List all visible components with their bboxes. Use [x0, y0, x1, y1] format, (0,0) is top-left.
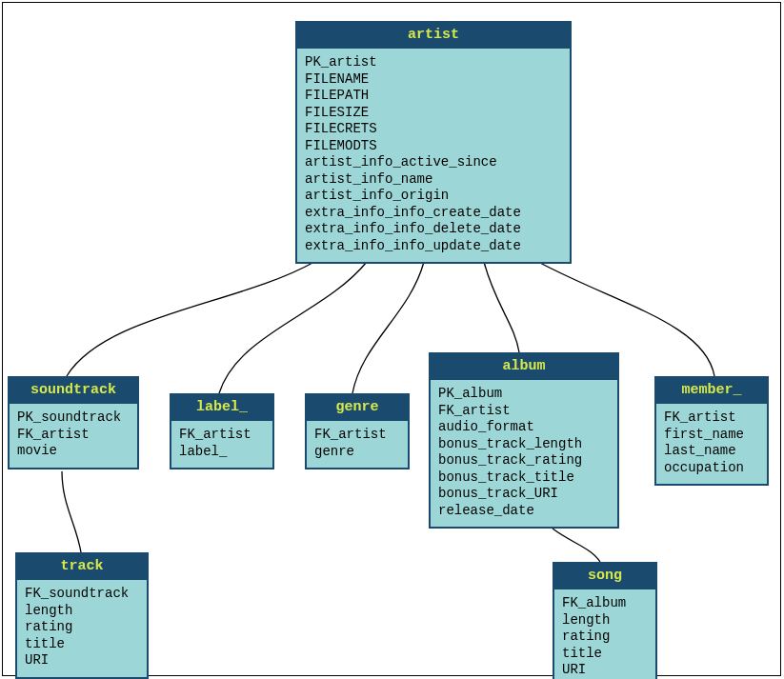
field: genre [314, 444, 400, 461]
field: PK_album [438, 386, 610, 403]
field: rating [562, 629, 648, 646]
field: occupation [664, 460, 759, 477]
field: FK_artist [664, 409, 759, 427]
entity-soundtrack-fields: PK_soundtrack FK_artist movie [10, 404, 137, 468]
entity-member-fields: FK_artist first_name last_name occupatio… [656, 404, 767, 484]
entity-genre-fields: FK_artist genre [307, 421, 408, 468]
entity-artist-title: artist [297, 23, 570, 49]
field: extra_info_info_update_date [305, 238, 562, 255]
entity-label: label_ FK_artist label_ [170, 393, 274, 469]
entity-song-fields: FK_album length rating title URI [554, 589, 655, 679]
field: label_ [179, 444, 265, 461]
entity-song-title: song [554, 564, 655, 589]
entity-member-title: member_ [656, 378, 767, 404]
entity-album: album PK_album FK_artist audio_format bo… [429, 352, 619, 529]
entity-label-fields: FK_artist label_ [171, 421, 272, 468]
entity-artist-fields: PK_artist FILENAME FILEPATH FILESIZE FIL… [297, 49, 570, 262]
field: FILENAME [305, 71, 562, 89]
field: FK_soundtrack [25, 586, 139, 603]
field: bonus_track_length [438, 436, 610, 453]
entity-track-title: track [17, 554, 147, 580]
field: title [562, 646, 648, 663]
field: FILEMODTS [305, 138, 562, 155]
entity-label-title: label_ [171, 395, 272, 421]
entity-song: song FK_album length rating title URI [553, 562, 657, 679]
field: FK_artist [438, 403, 610, 420]
field: extra_info_info_delete_date [305, 221, 562, 238]
entity-album-fields: PK_album FK_artist audio_format bonus_tr… [431, 380, 617, 527]
field: FK_album [562, 595, 648, 612]
field: extra_info_info_create_date [305, 205, 562, 222]
field: first_name [664, 427, 759, 444]
field: PK_soundtrack [17, 409, 130, 427]
field: URI [25, 652, 139, 669]
field: PK_artist [305, 54, 562, 71]
entity-genre: genre FK_artist genre [305, 393, 410, 469]
entity-soundtrack-title: soundtrack [10, 378, 137, 404]
entity-soundtrack: soundtrack PK_soundtrack FK_artist movie [8, 376, 139, 469]
field: bonus_track_title [438, 469, 610, 487]
field: bonus_track_rating [438, 452, 610, 469]
field: length [562, 612, 648, 629]
entity-track: track FK_soundtrack length rating title … [15, 552, 149, 679]
field: movie [17, 443, 130, 460]
field: FILESIZE [305, 105, 562, 122]
field: URI [562, 662, 648, 679]
field: FK_artist [314, 427, 400, 444]
entity-genre-title: genre [307, 395, 408, 421]
field: FILECRETS [305, 121, 562, 138]
field: last_name [664, 443, 759, 460]
field: FK_artist [179, 427, 265, 444]
entity-album-title: album [431, 354, 617, 380]
field: bonus_track_URI [438, 486, 610, 503]
field: artist_info_origin [305, 188, 562, 205]
entity-artist: artist PK_artist FILENAME FILEPATH FILES… [295, 21, 572, 264]
field: length [25, 603, 139, 620]
field: FILEPATH [305, 88, 562, 105]
field: FK_artist [17, 427, 130, 444]
entity-member: member_ FK_artist first_name last_name o… [654, 376, 769, 486]
field: audio_format [438, 419, 610, 436]
field: artist_info_name [305, 171, 562, 189]
field: rating [25, 619, 139, 636]
entity-track-fields: FK_soundtrack length rating title URI [17, 580, 147, 677]
field: title [25, 636, 139, 653]
field: artist_info_active_since [305, 154, 562, 171]
field: release_date [438, 503, 610, 520]
